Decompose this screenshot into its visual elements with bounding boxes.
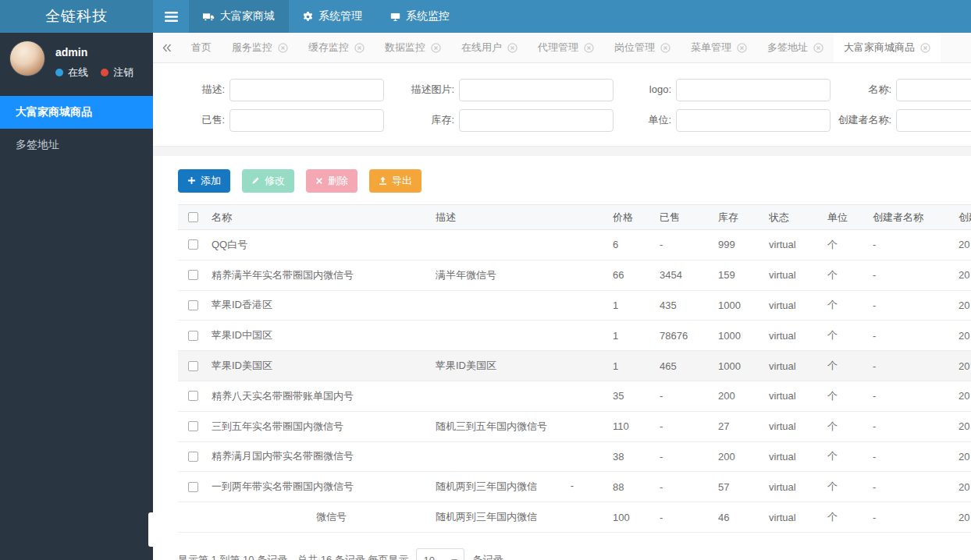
table-row[interactable]: 三到五年实名带圈国内微信号 随机三到五年国内微信号 110 - 27 virtu… <box>178 412 971 442</box>
tab[interactable]: 菜单管理 <box>681 33 757 62</box>
column-header[interactable]: 名称 <box>212 211 436 225</box>
product-desc-text: 随机两到三年国内微信 <box>436 510 537 524</box>
product-created: 20 <box>959 299 971 311</box>
pagination-footer: 显示第 1 到第 10 条记录，总共 16 条记录 每页显示 10 条记录 <box>178 546 503 560</box>
row-select-cell[interactable] <box>178 391 212 401</box>
tab[interactable]: 服务监控 <box>222 33 298 62</box>
column-header[interactable]: 描述 <box>436 211 613 225</box>
circle-close-icon[interactable] <box>507 43 518 53</box>
row-checkbox[interactable] <box>188 300 198 310</box>
tab[interactable]: 大富家商城商品 <box>834 33 941 62</box>
product-desc-extra: - <box>571 480 608 494</box>
search-field-input[interactable] <box>676 109 831 132</box>
topnav-item[interactable]: 系统监控 <box>376 0 464 33</box>
edit-button[interactable]: 修改 <box>242 169 294 193</box>
search-field-input[interactable] <box>676 79 831 101</box>
column-header[interactable]: 创建者名称 <box>873 211 959 225</box>
tab[interactable]: 首页 <box>181 33 222 62</box>
tab-label: 在线用户 <box>461 41 502 55</box>
export-button[interactable]: 导出 <box>369 169 421 193</box>
circle-close-icon[interactable] <box>584 43 594 53</box>
gear-icon <box>303 12 313 22</box>
page-size-select[interactable]: 10 <box>416 548 464 560</box>
row-checkbox[interactable] <box>188 331 198 341</box>
table-row[interactable]: 苹果ID美国区 苹果ID美国区 1 465 1000 virtual 个 - 2… <box>178 351 971 381</box>
search-field-input[interactable] <box>896 109 971 132</box>
row-select-cell[interactable] <box>178 270 212 280</box>
circle-close-icon[interactable] <box>354 43 365 53</box>
select-all-checkbox[interactable] <box>188 212 198 222</box>
row-select-cell[interactable] <box>178 482 212 492</box>
table-row[interactable]: 精养满半年实名带圈国内微信号 满半年微信号 66 3454 159 virtua… <box>178 261 971 291</box>
search-field-input[interactable] <box>459 79 614 101</box>
hamburger-icon[interactable] <box>153 0 189 33</box>
row-select-cell[interactable] <box>178 331 212 341</box>
search-field-input[interactable] <box>896 79 971 101</box>
row-checkbox[interactable] <box>188 270 198 280</box>
select-all-cell[interactable] <box>178 212 212 222</box>
column-header[interactable]: 库存 <box>718 211 769 225</box>
row-checkbox[interactable] <box>188 482 198 492</box>
add-button[interactable]: 添加 <box>178 169 230 193</box>
row-select-cell[interactable] <box>178 452 212 462</box>
circle-close-icon[interactable] <box>737 43 747 53</box>
search-field-label: 已售: <box>176 114 225 127</box>
product-creator: - <box>873 299 959 311</box>
product-creator: - <box>873 330 959 342</box>
circle-close-icon[interactable] <box>660 43 670 53</box>
row-select-cell[interactable] <box>178 300 212 310</box>
column-header[interactable]: 状态 <box>769 211 827 225</box>
tab-label: 岗位管理 <box>614 41 655 55</box>
tab[interactable]: 缓存监控 <box>298 33 375 62</box>
tab[interactable]: 多签地址 <box>757 33 834 62</box>
product-unit: 个 <box>827 480 873 494</box>
column-header[interactable]: 价格 <box>613 211 660 225</box>
sidebar-menu-item[interactable]: 多签地址 <box>0 129 153 161</box>
product-status: virtual <box>769 390 827 402</box>
row-checkbox[interactable] <box>188 361 198 371</box>
row-select-cell[interactable] <box>178 512 212 523</box>
table-row[interactable]: 苹果ID香港区 1 435 1000 virtual 个 - 20 <box>178 291 971 321</box>
row-checkbox[interactable] <box>188 391 198 401</box>
tab[interactable]: 岗位管理 <box>604 33 681 62</box>
delete-button[interactable]: 删除 <box>306 169 357 193</box>
tab[interactable]: 在线用户 <box>451 33 528 62</box>
monitor-icon <box>390 12 400 22</box>
table-row[interactable]: 精养满月国内带实名带圈微信号 38 - 200 virtual 个 - 20 <box>178 442 971 473</box>
table-row[interactable]: 苹果ID中国区 1 78676 1000 virtual 个 - 20 <box>178 321 971 351</box>
table-row[interactable]: 精养八天实名带圈带账单国内号 35 - 200 virtual 个 - 20 <box>178 381 971 412</box>
topnav-item[interactable]: 系统管理 <box>289 0 376 33</box>
table-body: QQ白号 6 - 999 virtual 个 - 20 精养满半年实名带圈国内微… <box>178 230 971 533</box>
search-field-input[interactable] <box>229 79 384 101</box>
product-stock: 1000 <box>718 330 769 342</box>
table-row[interactable]: 一到两年带实名带圈国内微信号 随机两到三年国内微信 - 88 - 57 virt… <box>178 472 971 502</box>
circle-close-icon[interactable] <box>813 43 823 53</box>
tab[interactable]: 数据监控 <box>375 33 451 62</box>
sidebar-menu-item[interactable]: 大富家商城商品 <box>0 96 153 129</box>
row-select-cell[interactable] <box>178 239 212 250</box>
column-header[interactable]: 创建时间 <box>959 211 971 225</box>
row-checkbox[interactable] <box>188 421 198 431</box>
topnav: 大富家商城 系统管理 系统监控 <box>189 0 464 33</box>
tab[interactable]: 代理管理 <box>528 33 604 62</box>
column-header[interactable]: 已售 <box>660 211 718 225</box>
product-unit: 个 <box>827 298 873 312</box>
row-checkbox[interactable] <box>188 239 198 250</box>
row-select-cell[interactable] <box>178 421 212 431</box>
circle-close-icon[interactable] <box>278 43 288 53</box>
product-created: 20 <box>959 360 971 372</box>
table-row[interactable]: 微信号 随机两到三年国内微信 100 - 46 virtual 个 - 20 <box>178 502 971 533</box>
topnav-item[interactable]: 大富家商城 <box>189 0 289 33</box>
search-field-input[interactable] <box>459 109 614 132</box>
row-checkbox[interactable] <box>188 452 198 462</box>
circle-close-icon[interactable] <box>920 43 930 53</box>
avatar[interactable] <box>9 41 45 76</box>
product-name: 三到五年实名带圈国内微信号 <box>212 420 436 434</box>
row-select-cell[interactable] <box>178 361 212 371</box>
logout-link[interactable]: 注销 <box>101 66 133 80</box>
table-row[interactable]: QQ白号 6 - 999 virtual 个 - 20 <box>178 230 971 261</box>
column-header[interactable]: 单位 <box>827 211 873 225</box>
search-field-input[interactable] <box>229 109 384 132</box>
chevrons-left-icon[interactable] <box>153 33 181 62</box>
circle-close-icon[interactable] <box>431 43 441 53</box>
